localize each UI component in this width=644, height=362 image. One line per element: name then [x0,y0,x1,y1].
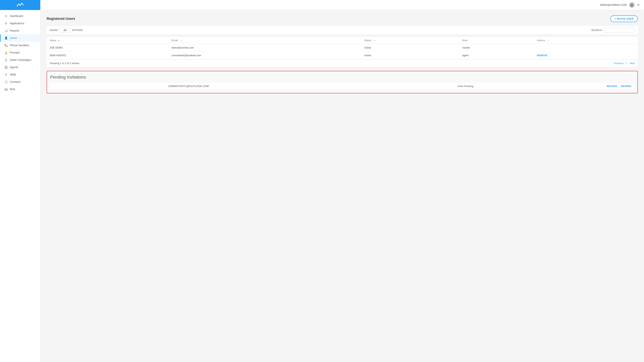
entries-input[interactable] [59,28,70,32]
page-title: Registered Users [47,17,75,21]
user-email: zomniotest2@outlook.com [168,52,361,59]
col-name[interactable]: Name ▲ [47,37,168,44]
sidebar-item-phone-numbers[interactable]: 📞 Phone Numbers [0,41,40,49]
agents-icon: 🎧 [4,66,8,69]
entries-label: ENTRIES [72,29,83,31]
showing-text: Showing 1 to 2 of 2 entries [50,62,80,65]
sidebar-item-agents[interactable]: 🎧 Agents [0,63,40,71]
user-role: agent [459,52,534,59]
sidebar-item-dashboard[interactable]: ⊟ Dashboard [0,12,40,20]
sidebar-item-label: Contacts [10,80,20,83]
topbar: DEMO@ZOMNIO.COM ≡ [40,0,644,10]
col-actions-label: Actions [537,39,545,42]
table-controls: SHOW ENTRIES SEARCH: [47,26,638,35]
sidebar-item-label: Users [10,36,17,39]
page-content: Registered Users + INVITE USER SHOW ENTR… [40,10,644,362]
skills-icon: ⚙ [4,73,8,76]
sidebar-logo [0,0,40,10]
col-status-label: Status [364,39,371,42]
pending-invitation-row: ZOMNIOTEST1@OUTLOOK.COM Invite Pending R… [50,83,634,89]
menu-icon[interactable]: ≡ [637,3,640,7]
svg-point-0 [631,4,632,5]
search-area: SEARCH: [588,28,638,32]
avatar[interactable] [629,2,634,8]
sidebar-item-contacts[interactable]: 📋 Contacts [0,78,40,85]
sidebar-item-users[interactable]: 👤 Users [0,34,40,41]
sidebar-item-label: Agents [10,66,18,69]
sidebar-item-label: Dialer Campaigns [10,58,31,61]
dashboard-icon: ⊟ [4,14,8,17]
sidebar-item-label: Phone Numbers [10,44,29,47]
sidebar-item-skills[interactable]: ⚙ Skills [0,71,40,78]
resend-button[interactable]: RESEND [621,85,631,88]
show-entries-control: SHOW ENTRIES [47,28,86,32]
sidebar-item-label: Applications [10,22,24,25]
sidebar: ⊟ Dashboard ⊞ Applications 📊 Reports 👤 U… [0,0,40,362]
main-content: DEMO@ZOMNIO.COM ≡ Registered Users + INV… [40,0,644,362]
page-number[interactable]: 1 [626,62,627,65]
user-name: NEW AGENT2 [47,52,168,59]
col-status[interactable]: Status ▲▼ [361,37,459,44]
sidebar-item-label: Skills [10,73,16,76]
user-email: demo@zomnio.com [168,44,361,52]
pagination: Showing 1 to 2 of 2 entries Previous 1 N… [47,59,638,67]
reports-icon: 📊 [4,29,8,32]
revoke-button[interactable]: REVOKE [607,85,617,88]
sidebar-item-label: Dashboard [10,14,23,17]
user-name: JOE DEMO [47,44,168,52]
section-header: Registered Users + INVITE USER [47,15,638,22]
sort-status-icon: ▲▼ [373,40,376,41]
sidebar-item-bots[interactable]: 🤖 Bots [0,85,40,93]
search-label: SEARCH: [591,29,602,31]
user-role: master [459,44,534,52]
user-actions [534,44,638,52]
phone-icon: 📞 [4,44,8,47]
dialer-icon: 📡 [4,58,8,61]
col-role-label: Role [462,39,468,42]
user-actions: REMOVE [534,52,638,59]
users-table: Name ▲ Email ▲▼ Status ▲▼ [47,37,638,59]
applications-icon: ⊞ [4,22,8,25]
bots-icon: 🤖 [4,88,8,91]
contacts-icon: 📋 [4,80,8,83]
sort-name-icon: ▲ [58,39,60,41]
pending-invitations-section: Pending Invitations ZOMNIOTEST1@OUTLOOK.… [47,71,638,93]
sidebar-item-label: Reports [10,29,19,32]
sidebar-item-label: Bots [10,88,15,91]
col-actions[interactable]: Actions ▲▼ [534,37,638,44]
table-row: NEW AGENT2 zomniotest2@outlook.com Activ… [47,52,638,59]
user-status: Active [361,52,459,59]
sidebar-item-label: Prompts [10,51,20,54]
invite-user-button[interactable]: + INVITE USER [610,15,638,22]
user-status: Active [361,44,459,52]
sidebar-item-applications[interactable]: ⊞ Applications [0,20,40,27]
pending-invitations-title: Pending Invitations [50,75,634,80]
col-email[interactable]: Email ▲▼ [168,37,361,44]
pending-email: ZOMNIOTEST1@OUTLOOK.COM [53,85,324,88]
pending-actions: REVOKE RESEND [607,85,631,88]
sidebar-item-prompts[interactable]: 🔔 Prompts [0,49,40,56]
sidebar-item-dialer-campaigns[interactable]: 📡 Dialer Campaigns [0,56,40,63]
pagination-nav: Previous 1 Next [614,62,635,65]
pending-status: Invite Pending [330,85,601,88]
user-email: DEMO@ZOMNIO.COM [600,3,626,6]
previous-page-button[interactable]: Previous [614,62,624,65]
sort-email-icon: ▲▼ [180,40,183,41]
next-page-button[interactable]: Next [630,62,635,65]
search-input[interactable] [604,28,635,32]
col-name-label: Name [50,39,56,42]
prompts-icon: 🔔 [4,51,8,54]
sidebar-nav: ⊟ Dashboard ⊞ Applications 📊 Reports 👤 U… [0,10,40,362]
remove-button[interactable]: REMOVE [537,54,548,57]
users-icon: 👤 [4,36,8,39]
table-row: JOE DEMO demo@zomnio.com Active master [47,44,638,52]
sort-actions-icon: ▲▼ [546,40,550,41]
col-role: Role [459,37,534,44]
show-label: SHOW [50,29,58,31]
sidebar-item-reports[interactable]: 📊 Reports [0,27,40,34]
col-email-label: Email [172,39,178,42]
